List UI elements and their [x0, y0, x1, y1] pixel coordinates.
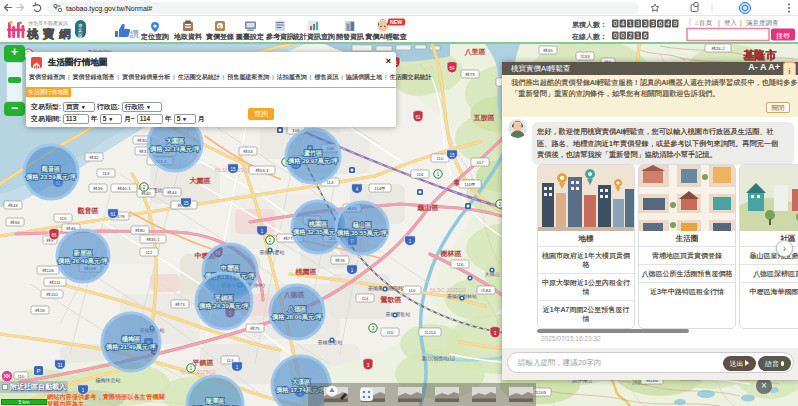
svg-text:蘆竹區: 蘆竹區 — [303, 149, 323, 157]
svg-text:樹林區: 樹林區 — [440, 249, 462, 258]
svg-text:價格 28.06萬元/坪: 價格 28.06萬元/坪 — [271, 313, 323, 321]
svg-text:桃73: 桃73 — [174, 302, 185, 307]
svg-text:0: 0 — [613, 32, 617, 39]
svg-text:桃94: 桃94 — [9, 220, 20, 225]
svg-text:6: 6 — [658, 20, 662, 27]
svg-text:臺鐵鳳鳴南臨時站: 臺鐵鳳鳴南臨時站 — [368, 285, 408, 291]
svg-text:桃園區: 桃園區 — [295, 268, 317, 276]
svg-text:觀音區: 觀音區 — [41, 165, 61, 173]
svg-text:桃75: 桃75 — [249, 326, 260, 331]
svg-text:在線人數：: 在線人數： — [571, 33, 607, 41]
svg-text:實價登錄: 實價登錄 — [206, 33, 234, 41]
svg-text:0: 0 — [621, 32, 625, 39]
svg-text:|: | — [718, 19, 720, 27]
svg-text:110: 110 — [18, 374, 26, 379]
svg-text:龜山區: 龜山區 — [352, 221, 372, 229]
svg-text:15: 15 — [449, 153, 455, 158]
svg-text:價格 23.59萬元/坪: 價格 23.59萬元/坪 — [25, 173, 77, 181]
svg-text:桃18: 桃18 — [34, 308, 45, 313]
svg-text:平鎮區: 平鎮區 — [214, 294, 234, 302]
svg-text:桃35-1: 桃35-1 — [145, 237, 160, 242]
svg-text:圖臺設定: 圖臺設定 — [236, 33, 264, 41]
svg-text:114: 114 — [362, 296, 370, 301]
svg-text:中壢區: 中壢區 — [221, 264, 240, 272]
svg-text:大園區: 大園區 — [190, 177, 211, 185]
svg-text:價格 21.49萬元/坪: 價格 21.49萬元/坪 — [105, 343, 157, 351]
svg-text:新屋區: 新屋區 — [73, 249, 93, 257]
svg-text:115: 115 — [60, 216, 68, 221]
svg-text:北84: 北84 — [481, 288, 491, 293]
svg-text:桃55: 桃55 — [542, 48, 553, 53]
svg-text:搜尋: 搜尋 — [776, 32, 790, 40]
svg-text:桃111: 桃111 — [48, 280, 61, 285]
svg-text:滿意度調查: 滿意度調查 — [746, 19, 779, 27]
svg-text:八里區: 八里區 — [464, 48, 486, 56]
svg-text:⌂首頁: ⌂首頁 — [695, 19, 712, 27]
svg-text:3: 3 — [636, 20, 640, 27]
svg-text:累積人數：: 累積人數： — [572, 21, 607, 29]
svg-text:桃園區: 桃園區 — [308, 220, 328, 228]
svg-text:價格 32.14萬元/坪: 價格 32.14萬元/坪 — [149, 145, 201, 153]
svg-text:|: | — [740, 19, 742, 27]
svg-text:114: 114 — [327, 180, 335, 185]
svg-text:3: 3 — [372, 325, 375, 331]
svg-text:1: 1 — [636, 32, 640, 39]
svg-text:桃40: 桃40 — [140, 191, 151, 196]
svg-text:112: 112 — [146, 250, 154, 255]
svg-text:價格 29.97萬元/坪: 價格 29.97萬元/坪 — [287, 157, 339, 165]
svg-text:八德區: 八德區 — [287, 305, 307, 313]
svg-text:1: 1 — [437, 171, 440, 177]
svg-text:桃44: 桃44 — [166, 190, 177, 195]
svg-text:桃43: 桃43 — [7, 203, 18, 208]
svg-text:北53: 北53 — [580, 54, 590, 59]
svg-text:61: 61 — [415, 115, 421, 120]
svg-text:住宅及不動產資訊: 住宅及不動產資訊 — [28, 20, 68, 26]
svg-text:taobao.tycg.gov.tw/Normal#: taobao.tycg.gov.tw/Normal# — [66, 5, 152, 13]
svg-text:地政資料: 地政資料 — [173, 33, 202, 41]
svg-text:龜山區: 龜山區 — [417, 204, 439, 212]
svg-text:61: 61 — [110, 212, 116, 217]
svg-text:桃53: 桃53 — [242, 149, 253, 154]
svg-text:桃26-2: 桃26-2 — [710, 46, 725, 51]
svg-text:價格 24.39萬元/坪: 價格 24.39萬元/坪 — [198, 302, 250, 310]
svg-text:4: 4 — [621, 20, 625, 27]
svg-text:桃106: 桃106 — [41, 268, 54, 273]
svg-text:6: 6 — [643, 32, 647, 39]
svg-text:116: 116 — [457, 262, 465, 267]
svg-text:110: 110 — [409, 288, 417, 293]
svg-text:31: 31 — [57, 363, 63, 368]
svg-text:3: 3 — [643, 20, 647, 27]
svg-text:NLSC 2025Q2: NLSC 2025Q2 — [180, 369, 216, 375]
svg-text:2: 2 — [628, 32, 632, 39]
svg-text:楊梅區: 楊梅區 — [121, 335, 141, 343]
svg-text:桃53-1: 桃53-1 — [254, 168, 269, 173]
svg-text:桃80: 桃80 — [134, 228, 145, 233]
svg-text:桃30: 桃30 — [136, 138, 147, 143]
svg-text:桃寶網: 桃寶網 — [26, 27, 75, 41]
svg-text:116: 116 — [417, 172, 425, 177]
svg-text:9: 9 — [673, 20, 677, 27]
svg-text:桃110: 桃110 — [45, 292, 58, 297]
svg-text:15: 15 — [230, 167, 236, 172]
svg-text:110: 110 — [437, 156, 445, 161]
svg-text:桃79: 桃79 — [464, 72, 475, 77]
svg-text:3: 3 — [651, 20, 655, 27]
svg-text:鶯歌區: 鶯歌區 — [380, 296, 402, 304]
svg-text:臺鐵鶯歌站: 臺鐵鶯歌站 — [386, 311, 411, 318]
svg-text:北114: 北114 — [424, 330, 436, 335]
svg-text:15: 15 — [183, 201, 189, 206]
svg-text:觀音區: 觀音區 — [77, 207, 99, 215]
svg-text:66: 66 — [51, 233, 57, 238]
svg-text:五股區: 五股區 — [473, 114, 495, 122]
svg-text:龍潭區: 龍潭區 — [205, 397, 225, 405]
svg-text:桃36: 桃36 — [92, 186, 103, 191]
svg-text:大園區: 大園區 — [166, 137, 185, 145]
svg-text:桃32: 桃32 — [88, 155, 99, 160]
svg-text:64: 64 — [449, 66, 455, 71]
svg-text:110: 110 — [387, 330, 395, 335]
svg-text:開發資訊: 開發資訊 — [336, 33, 364, 41]
svg-text:登入: 登入 — [724, 19, 738, 26]
svg-text:價格 26.49萬元/坪: 價格 26.49萬元/坪 — [57, 257, 109, 265]
svg-text:定位查詢: 定位查詢 — [141, 33, 169, 41]
svg-text:107: 107 — [476, 160, 484, 165]
